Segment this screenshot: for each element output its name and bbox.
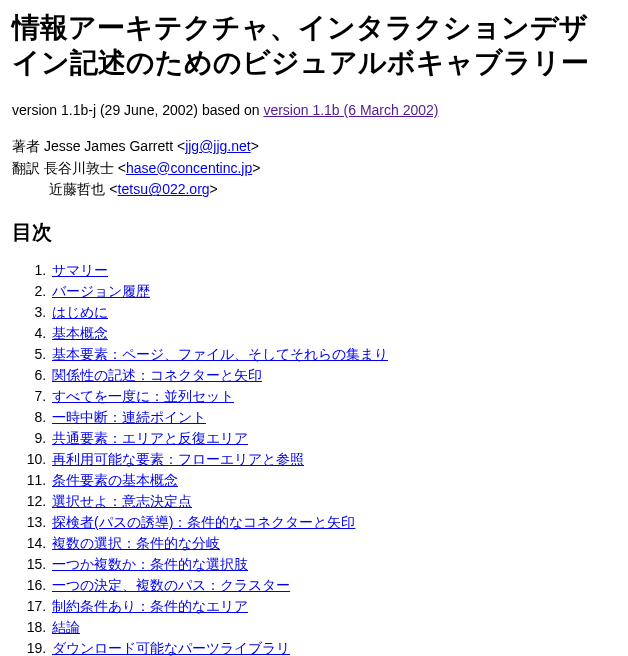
toc-item: 関係性の記述：コネクターと矢印 [50, 365, 616, 386]
credit-email-link[interactable]: tetsu@022.org [118, 181, 210, 197]
credit-email-link[interactable]: jjg@jjg.net [185, 138, 251, 154]
credit-row: 著者 Jesse James Garrett <jjg@jjg.net> [12, 136, 616, 158]
credit-email-link[interactable]: hase@concentinc.jp [126, 160, 252, 176]
toc-item: 制約条件あり：条件的なエリア [50, 596, 616, 617]
toc-link[interactable]: 基本概念 [52, 325, 108, 341]
toc-item: すべてを一度に：並列セット [50, 386, 616, 407]
toc-item: 条件要素の基本概念 [50, 470, 616, 491]
toc-link[interactable]: 共通要素：エリアと反復エリア [52, 430, 248, 446]
toc-item: 選択せよ：意志決定点 [50, 491, 616, 512]
credit-role: 著者 [12, 136, 40, 158]
credit-row: 近藤哲也 <tetsu@022.org> [12, 179, 616, 201]
toc-heading: 目次 [12, 219, 616, 246]
toc-link[interactable]: 条件要素の基本概念 [52, 472, 178, 488]
toc-link[interactable]: ダウンロード可能なパーツライブラリ [52, 640, 290, 656]
toc-link[interactable]: 結論 [52, 619, 80, 635]
toc-link[interactable]: 選択せよ：意志決定点 [52, 493, 192, 509]
toc-link[interactable]: すべてを一度に：並列セット [52, 388, 234, 404]
toc-item: 共通要素：エリアと反復エリア [50, 428, 616, 449]
toc-item: 複数の選択：条件的な分岐 [50, 533, 616, 554]
toc-item: サマリー [50, 260, 616, 281]
toc-link[interactable]: 一つの決定、複数のパス：クラスター [52, 577, 290, 593]
toc-item: 一つの決定、複数のパス：クラスター [50, 575, 616, 596]
base-version-link[interactable]: version 1.1b (6 March 2002) [263, 102, 438, 118]
toc-item: 再利用可能な要素：フローエリアと参照 [50, 449, 616, 470]
toc-link[interactable]: 基本要素：ページ、ファイル、そしてそれらの集まり [52, 346, 388, 362]
version-prefix: version 1.1b-j (29 June, 2002) based on [12, 102, 263, 118]
credit-name: 長谷川敦士 [44, 160, 114, 176]
toc-link[interactable]: 複数の選択：条件的な分岐 [52, 535, 220, 551]
toc-link[interactable]: 関係性の記述：コネクターと矢印 [52, 367, 262, 383]
credits-block: 著者 Jesse James Garrett <jjg@jjg.net> 翻訳 … [12, 136, 616, 201]
toc-item: 探検者(パスの誘導)：条件的なコネクターと矢印 [50, 512, 616, 533]
page-title: 情報アーキテクチャ、インタラクションデザイン記述のためのビジュアルボキャブラリー [12, 10, 616, 80]
credit-name: 近藤哲也 [49, 181, 105, 197]
toc-item: ダウンロード可能なパーツライブラリ [50, 638, 616, 656]
toc-link[interactable]: 再利用可能な要素：フローエリアと参照 [52, 451, 304, 467]
toc-link[interactable]: バージョン履歴 [52, 283, 150, 299]
toc-item: 基本要素：ページ、ファイル、そしてそれらの集まり [50, 344, 616, 365]
toc-item: 結論 [50, 617, 616, 638]
credit-name: Jesse James Garrett [44, 138, 173, 154]
toc-item: 一時中断：連続ポイント [50, 407, 616, 428]
credit-role: 翻訳 [12, 158, 40, 180]
toc-link[interactable]: サマリー [52, 262, 108, 278]
toc-link[interactable]: 探検者(パスの誘導)：条件的なコネクターと矢印 [52, 514, 355, 530]
toc-list: サマリー バージョン履歴 はじめに 基本概念 基本要素：ページ、ファイル、そして… [12, 260, 616, 656]
toc-item: 一つか複数か：条件的な選択肢 [50, 554, 616, 575]
toc-link[interactable]: 制約条件あり：条件的なエリア [52, 598, 248, 614]
credit-row: 翻訳 長谷川敦士 <hase@concentinc.jp> [12, 158, 616, 180]
toc-link[interactable]: はじめに [52, 304, 108, 320]
toc-link[interactable]: 一時中断：連続ポイント [52, 409, 206, 425]
toc-item: 基本概念 [50, 323, 616, 344]
toc-item: バージョン履歴 [50, 281, 616, 302]
toc-item: はじめに [50, 302, 616, 323]
version-line: version 1.1b-j (29 June, 2002) based on … [12, 102, 616, 118]
toc-link[interactable]: 一つか複数か：条件的な選択肢 [52, 556, 248, 572]
